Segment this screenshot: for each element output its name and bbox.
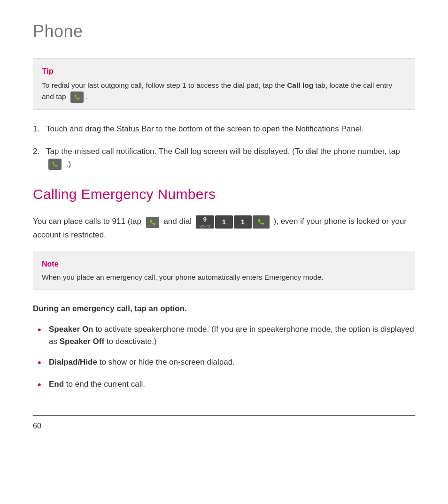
step-list: 1. Touch and drag the Status Bar to the … — [33, 123, 415, 170]
note-box: Note When you place an emergency call, y… — [33, 252, 415, 290]
tip-call-icon — [70, 91, 85, 103]
emergency-intro: You can place calls to 911 (tap and dial… — [33, 215, 415, 241]
emergency-tap-icon — [145, 215, 160, 228]
step2-after: .) — [66, 160, 71, 168]
tip-text-end: . — [86, 92, 88, 100]
dial-key-1b: 1 — [234, 215, 252, 229]
tip-content: To redial your last outgoing call, follo… — [42, 80, 406, 103]
bullet-dot-1: • — [38, 323, 43, 337]
tip-text-before: To redial your last outgoing call, follo… — [42, 81, 287, 89]
dial-key-call — [253, 215, 270, 229]
step2-before: Tap the missed call notification. The Ca… — [46, 147, 400, 156]
bullet-bold-dialpad: Dialpad/Hide — [49, 358, 97, 367]
page-number: 60 — [33, 422, 41, 430]
bullet-rest-1b: to deactivate.) — [104, 337, 157, 346]
bullet-item-end: • End to end the current call. — [38, 378, 415, 392]
bullet-item-dialpad: • Dialpad/Hide to show or hide the on-sc… — [38, 356, 415, 370]
during-heading: During an emergency call, tap an option. — [33, 303, 415, 315]
bullet-text-2: Dialpad/Hide to show or hide the on-scre… — [49, 356, 235, 368]
bullet-dot-3: • — [38, 378, 43, 392]
tip-box: Tip To redial your last outgoing call, f… — [33, 58, 415, 110]
note-content: When you place an emergency call, your p… — [42, 272, 406, 283]
page-footer: 60 — [33, 415, 415, 432]
emergency-text-middle: and dial — [163, 217, 192, 226]
dial-key-9: 9 WXYZ — [196, 215, 214, 229]
note-label: Note — [42, 259, 406, 270]
bullet-rest-2: to show or hide the on-screen dialpad. — [97, 358, 235, 367]
step-text-2: Tap the missed call notification. The Ca… — [46, 145, 415, 170]
emergency-text-before: You can place calls to 911 (tap — [33, 217, 141, 226]
step-number-2: 2. — [33, 145, 42, 170]
bullet-item-speaker-on: • Speaker On to activate speakerphone mo… — [38, 323, 415, 348]
bullet-rest-3: to end the current call. — [64, 380, 145, 389]
tip-label: Tip — [42, 65, 406, 77]
section-heading: Calling Emergency Numbers — [33, 183, 415, 205]
tip-bold-text: Call log — [287, 81, 313, 89]
bullet-text-1: Speaker On to activate speakerphone mode… — [49, 323, 415, 348]
bullet-list: • Speaker On to activate speakerphone mo… — [33, 323, 415, 392]
bullet-text-3: End to end the current call. — [49, 378, 145, 390]
bullet-bold-end: End — [49, 380, 64, 389]
step-item-2: 2. Tap the missed call notification. The… — [33, 145, 415, 170]
page-title: Phone — [33, 19, 415, 44]
dial-sequence: 9 WXYZ 1 1 — [196, 215, 270, 229]
step-text-1: Touch and drag the Status Bar to the bot… — [46, 123, 364, 135]
dial-key-1a: 1 — [215, 215, 233, 229]
step-number-1: 1. — [33, 123, 42, 135]
bullet-bold-speaker-off: Speaker Off — [60, 337, 104, 346]
step-item-1: 1. Touch and drag the Status Bar to the … — [33, 123, 415, 135]
step2-call-icon — [47, 158, 62, 170]
bullet-bold-speaker-on: Speaker On — [49, 325, 93, 334]
bullet-dot-2: • — [38, 356, 43, 370]
